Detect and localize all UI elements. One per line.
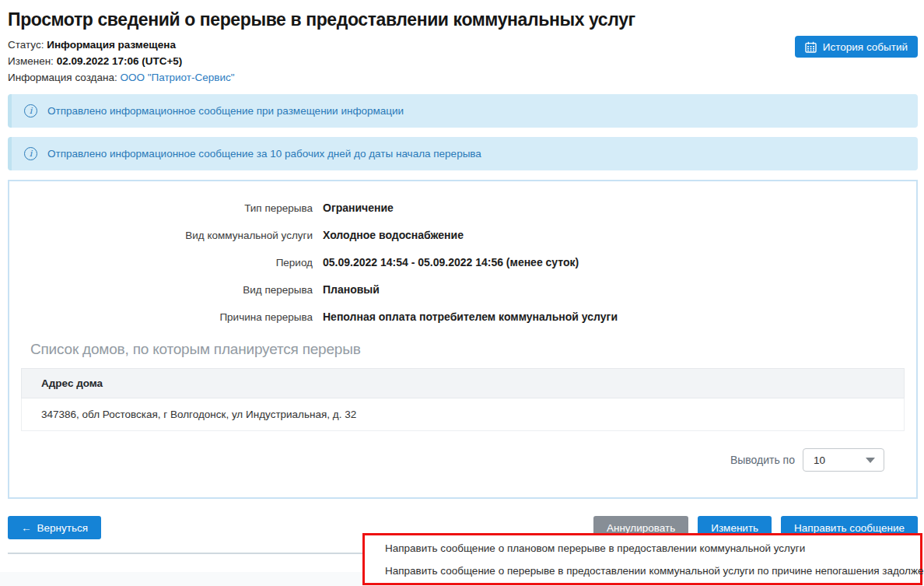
details-panel: Тип перерыва Ограничение Вид коммунально… — [8, 180, 918, 499]
field-row-interruption-type: Тип перерыва Ограничение — [21, 200, 905, 216]
field-value: 05.09.2022 14:54 - 05.09.2022 14:56 (мен… — [323, 254, 579, 271]
field-label: Вид перерыва — [21, 282, 313, 298]
field-value: Холодное водоснабжение — [323, 227, 464, 244]
page: Просмотр сведений о перерыве в предостав… — [0, 0, 924, 586]
field-value: Ограничение — [323, 200, 394, 216]
info-icon: i — [24, 147, 37, 160]
modified-label: Изменен: — [8, 55, 54, 67]
page-size-select[interactable]: 10 — [803, 448, 884, 472]
pager: Выводить по 10 — [21, 448, 905, 472]
info-banner: i Отправлено информационное сообщение за… — [8, 137, 918, 170]
calendar-icon — [805, 41, 817, 53]
modified-value: 02.09.2022 17:06 (UTC+5) — [57, 55, 183, 67]
house-address-cell: 347386, обл Ростовская, г Волгодонск, ул… — [22, 398, 905, 431]
status-label: Статус: — [8, 39, 44, 51]
field-label: Период — [21, 254, 313, 271]
houses-section-title: Список домов, по которым планируется пер… — [30, 341, 905, 358]
history-events-label: История событий — [823, 41, 908, 53]
history-events-button[interactable]: История событий — [795, 36, 918, 58]
chevron-down-icon — [866, 458, 875, 463]
page-size-value: 10 — [814, 454, 825, 466]
field-row-interruption-kind: Вид перерыва Плановый — [21, 282, 905, 298]
organization-link[interactable]: ООО "Патриот-Сервис" — [120, 72, 234, 83]
table-row[interactable]: 347386, обл Ростовская, г Волгодонск, ул… — [22, 398, 905, 431]
field-label: Тип перерыва — [21, 200, 313, 216]
field-value: Неполная оплата потребителем коммунально… — [323, 309, 618, 325]
field-row-period: Период 05.09.2022 14:54 - 05.09.2022 14:… — [21, 254, 905, 271]
back-button[interactable]: ← Вернуться — [8, 516, 101, 539]
field-label: Вид коммунальной услуги — [21, 227, 313, 244]
arrow-left-icon: ← — [21, 522, 32, 534]
page-size-label: Выводить по — [730, 454, 795, 466]
status-line: Статус: Информация размещена — [8, 40, 918, 51]
banner-text: Отправлено информационное сообщение за 1… — [47, 148, 481, 160]
field-row-service-kind: Вид коммунальной услуги Холодное водосна… — [21, 227, 905, 244]
field-label: Причина перерыва — [21, 309, 313, 325]
column-header-address: Адрес дома — [22, 369, 905, 398]
status-value: Информация размещена — [47, 39, 176, 51]
banners: i Отправлено информационное сообщение пр… — [8, 94, 918, 170]
back-button-label: Вернуться — [37, 522, 89, 534]
info-banner: i Отправлено информационное сообщение пр… — [8, 94, 918, 128]
field-value: Плановый — [323, 282, 380, 298]
houses-table-header-row: Адрес дома — [22, 369, 905, 398]
modified-line: Изменен: 02.09.2022 17:06 (UTC+5) — [8, 56, 918, 67]
menu-item-debt-interruption[interactable]: Направить сообщение о перерыве в предост… — [365, 560, 920, 582]
info-icon: i — [24, 104, 37, 118]
send-message-dropdown: Направить сообщение о плановом перерыве … — [362, 533, 922, 585]
created-label: Информация создана: — [8, 72, 117, 83]
page-title: Просмотр сведений о перерыве в предостав… — [8, 9, 918, 30]
houses-table: Адрес дома 347386, обл Ростовская, г Вол… — [21, 368, 905, 431]
banner-text: Отправлено информационное сообщение при … — [47, 105, 404, 117]
field-row-interruption-reason: Причина перерыва Неполная оплата потреби… — [21, 309, 905, 325]
menu-item-planned-interruption[interactable]: Направить сообщение о плановом перерыве … — [365, 537, 920, 560]
created-line: Информация создана: ООО "Патриот-Сервис" — [8, 72, 918, 83]
